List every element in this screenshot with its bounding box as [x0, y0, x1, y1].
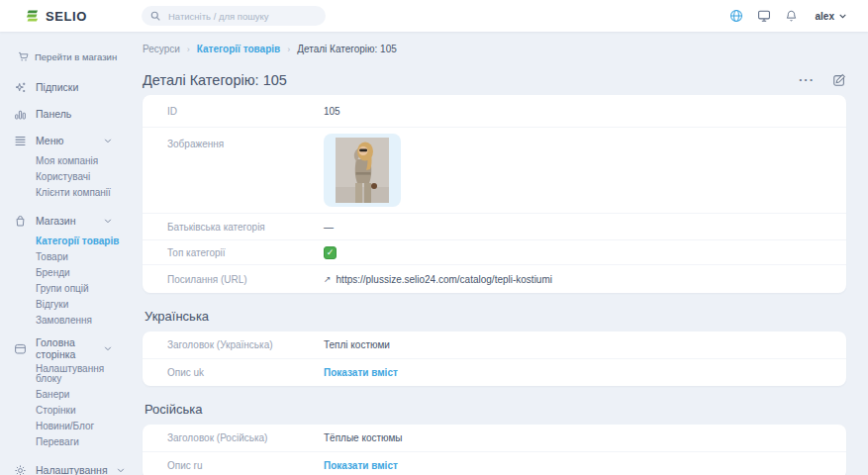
detail-row-top-category: Топ категорії ✓	[143, 239, 846, 264]
chevron-down-icon	[839, 14, 846, 19]
sidebar-item-users[interactable]: Користувачі	[36, 172, 130, 182]
sidebar-item-label: Перейти в магазин	[35, 51, 117, 62]
sidebar-item-banners[interactable]: Банери	[36, 390, 130, 400]
sidebar-submenu-menu: Моя компанія Користувачі Клієнти компані…	[36, 156, 130, 198]
chevron-down-icon	[117, 468, 125, 473]
sidebar-item-products[interactable]: Товари	[36, 252, 130, 262]
details-card: ID 105 Зображення	[143, 95, 846, 293]
selio-logo-icon	[25, 9, 40, 23]
sidebar-item-label: Панель	[36, 108, 71, 120]
bell-icon[interactable]	[785, 9, 798, 23]
sidebar-item-label: Підписки	[36, 81, 78, 93]
detail-row-url: Посилання (URL) ↗ https://plussize.selio…	[143, 264, 846, 293]
brand-logo[interactable]: SELIO	[25, 9, 128, 24]
page-actions: ···	[799, 73, 846, 87]
top-category-checkbox[interactable]: ✓	[324, 246, 337, 259]
detail-row-description-ru: Опис ru Показати вміст	[143, 451, 846, 475]
sidebar-item-label: Налаштування	[36, 464, 108, 475]
category-image-thumbnail[interactable]	[324, 134, 401, 207]
sidebar-item-brands[interactable]: Бренди	[36, 268, 130, 278]
sidebar-item-label: Меню	[36, 135, 63, 146]
section-title-ukrainian: Українська	[145, 309, 846, 324]
sidebar-item-label: Головна сторінка	[36, 336, 95, 360]
sidebar-item-news-blog[interactable]: Новини/Блог	[36, 422, 130, 431]
sidebar-item-block-settings[interactable]: Налаштування блоку	[36, 364, 130, 384]
breadcrumb-current: Деталі Категорію: 105	[297, 44, 397, 54]
sidebar-item-shop[interactable]: Магазин	[13, 211, 130, 231]
sidebar-item-advantages[interactable]: Переваги	[36, 437, 130, 447]
detail-row-image: Зображення	[143, 127, 846, 213]
shopping-cart-icon	[16, 51, 30, 62]
category-photo	[336, 138, 389, 203]
sparkles-icon	[13, 81, 27, 94]
field-label: Посилання (URL)	[143, 274, 324, 285]
breadcrumb-product-categories[interactable]: Категорії товарів	[197, 44, 280, 54]
sidebar-item-homepage[interactable]: Головна сторінка	[13, 338, 130, 358]
sidebar-submenu-homepage: Налаштування блоку Банери Сторінки Новин…	[36, 364, 130, 447]
hamburger-menu-icon	[13, 135, 27, 147]
breadcrumb: Ресурси › Категорії товарів › Деталі Кат…	[143, 43, 846, 55]
show-content-uk-link[interactable]: Показати вміст	[324, 367, 398, 378]
bar-chart-icon	[13, 108, 27, 121]
breadcrumb-separator: ›	[287, 45, 290, 54]
user-name: alex	[816, 11, 834, 22]
russian-card: Заголовок (Російська) Тёплые костюмы Опи…	[143, 425, 846, 475]
more-actions-button[interactable]: ···	[799, 75, 815, 85]
detail-row-parent-category: Батьківська категорія —	[143, 213, 846, 239]
sidebar-item-reviews[interactable]: Відгуки	[36, 300, 130, 310]
sidebar-item-orders[interactable]: Замовлення	[36, 316, 130, 326]
app-window: SELIO	[0, 0, 868, 475]
edit-button[interactable]	[832, 73, 846, 87]
detail-row-title-ru: Заголовок (Російська) Тёплые костюмы	[143, 425, 846, 451]
main-content: Ресурси › Категорії товарів › Деталі Кат…	[130, 32, 868, 475]
sidebar-item-dashboard[interactable]: Панель	[13, 104, 130, 124]
sidebar-item-settings[interactable]: Налаштування	[13, 460, 130, 475]
field-label: Заголовок (Українська)	[143, 339, 324, 350]
sidebar-submenu-shop: Категорії товарів Товари Бренди Групи оп…	[36, 237, 130, 326]
breadcrumb-resources[interactable]: Ресурси	[143, 44, 180, 54]
show-content-ru-link[interactable]: Показати вміст	[324, 460, 398, 471]
sidebar-item-option-groups[interactable]: Групи опцій	[36, 284, 130, 294]
gear-icon	[13, 464, 27, 475]
page-title-row: Деталі Категорію: 105 ···	[143, 71, 846, 89]
field-value: 105	[324, 106, 340, 117]
section-title-russian: Російська	[145, 402, 846, 417]
sidebar-item-my-company[interactable]: Моя компанія	[36, 156, 130, 166]
monitor-icon[interactable]	[757, 9, 771, 23]
sidebar-item-go-to-store[interactable]: Перейти в магазин	[16, 49, 130, 63]
breadcrumb-separator: ›	[187, 45, 190, 54]
field-value: Тёплые костюмы	[324, 432, 403, 443]
ukrainian-card: Заголовок (Українська) Теплі костюми Опи…	[143, 332, 846, 386]
detail-row-id: ID 105	[143, 95, 846, 127]
user-menu[interactable]: alex	[816, 11, 846, 22]
external-link-icon: ↗	[324, 274, 332, 284]
sidebar-item-subscriptions[interactable]: Підписки	[13, 77, 130, 97]
field-label: Топ категорії	[143, 247, 324, 258]
sidebar-item-label: Магазин	[36, 215, 76, 227]
field-value: Теплі костюми	[324, 339, 390, 350]
search-icon	[150, 11, 160, 21]
browser-window-icon	[13, 342, 27, 355]
sidebar: Перейти в магазин Підписки	[0, 32, 130, 475]
field-label: Опис ru	[143, 460, 324, 471]
field-label: Зображення	[143, 134, 324, 149]
global-search[interactable]	[142, 6, 326, 26]
detail-row-title-uk: Заголовок (Українська) Теплі костюми	[143, 332, 846, 358]
header-actions: alex	[729, 9, 846, 23]
sidebar-item-product-categories[interactable]: Категорії товарів	[36, 237, 130, 246]
detail-row-description-uk: Опис uk Показати вміст	[143, 358, 846, 386]
field-label: ID	[143, 106, 324, 117]
pencil-square-icon	[832, 73, 846, 87]
sidebar-item-menu[interactable]: Меню	[13, 131, 130, 150]
category-url-link[interactable]: https://plussize.selio24.com/catalog/tep…	[337, 274, 552, 285]
page-title: Деталі Категорію: 105	[143, 72, 287, 88]
chevron-down-icon	[104, 219, 112, 224]
search-input[interactable]	[166, 10, 317, 23]
field-label: Заголовок (Російська)	[143, 432, 324, 443]
field-label: Опис uk	[143, 367, 324, 378]
brand-name: SELIO	[46, 9, 87, 24]
shopping-bag-icon	[13, 215, 27, 228]
sidebar-item-company-clients[interactable]: Клієнти компанії	[36, 188, 130, 198]
globe-icon[interactable]	[729, 9, 743, 23]
sidebar-item-pages[interactable]: Сторінки	[36, 406, 130, 416]
